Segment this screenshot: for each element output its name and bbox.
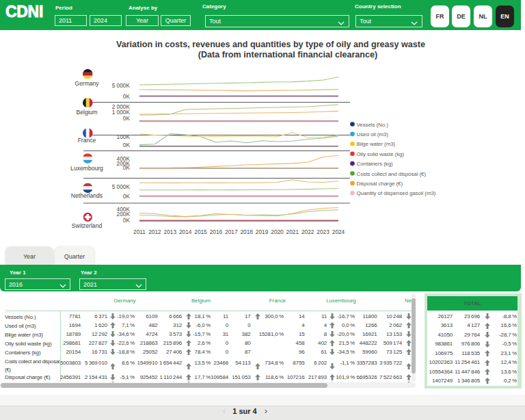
svg-text:Quantity of dispensed gasoil (: Quantity of dispensed gasoil (m3): [357, 190, 436, 196]
svg-text:Used oil (m3): Used oil (m3): [357, 131, 389, 137]
svg-text:2016: 2016: [210, 228, 223, 235]
svg-text:France: France: [78, 137, 96, 144]
svg-text:2017: 2017: [225, 228, 238, 235]
svg-text:0K: 0K: [123, 193, 131, 200]
svg-text:2015: 2015: [194, 228, 207, 235]
svg-text:Oily solid waste (kg): Oily solid waste (kg): [357, 151, 405, 157]
svg-text:100K: 100K: [117, 133, 131, 140]
svg-text:Luxembourg: Luxembourg: [70, 165, 103, 172]
svg-text:Disposal charge (€): Disposal charge (€): [357, 181, 403, 187]
svg-text:5 000K: 5 000K: [112, 183, 131, 190]
svg-text:Belgium: Belgium: [76, 109, 97, 116]
svg-text:2012: 2012: [148, 228, 161, 235]
svg-text:200K: 200K: [117, 211, 131, 218]
svg-text:Germany: Germany: [75, 80, 99, 87]
svg-text:2018: 2018: [240, 228, 253, 235]
svg-text:Costs collect and disposal (€): Costs collect and disposal (€): [357, 171, 427, 177]
svg-text:0K: 0K: [123, 115, 131, 122]
svg-text:2013: 2013: [164, 228, 177, 235]
svg-text:Vessels (No.): Vessels (No.): [357, 122, 389, 128]
svg-text:0K: 0K: [123, 142, 131, 148]
svg-text:Bilge water (m3): Bilge water (m3): [357, 141, 396, 147]
svg-text:2020: 2020: [271, 228, 284, 235]
svg-text:Switzerland: Switzerland: [72, 222, 103, 229]
svg-text:0K: 0K: [123, 93, 131, 100]
svg-text:2023: 2023: [317, 228, 329, 235]
svg-text:2024: 2024: [332, 228, 345, 235]
svg-text:0K: 0K: [123, 164, 131, 171]
svg-text:2021: 2021: [286, 228, 299, 235]
svg-text:2022: 2022: [301, 228, 314, 235]
svg-text:0K: 0K: [123, 217, 131, 224]
svg-text:Netherlands: Netherlands: [71, 192, 103, 199]
svg-text:2011: 2011: [133, 228, 146, 235]
svg-text:2014: 2014: [179, 228, 192, 235]
svg-text:2019: 2019: [256, 228, 269, 235]
svg-text:Containers (kg): Containers (kg): [357, 161, 394, 167]
svg-text:5 000K: 5 000K: [112, 82, 131, 89]
